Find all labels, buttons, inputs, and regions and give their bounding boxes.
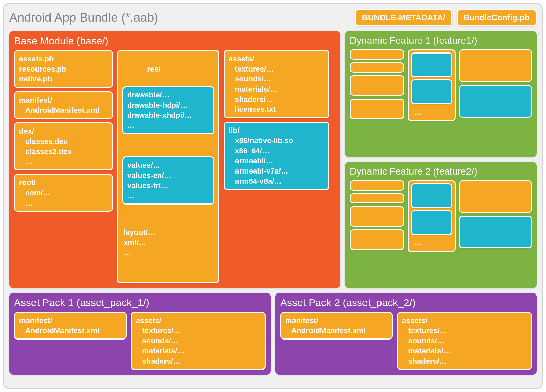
base-lib: lib/ x86/native-lib.so x86_64/… armeabi/… (224, 122, 329, 190)
bundle-metadata-pill: BUNDLE-METADATA/ (355, 9, 452, 26)
dyn2-box (350, 180, 404, 191)
dyn2-box (459, 180, 532, 213)
dynamic-feature-1: Dynamic Feature 1 (feature1/) … (345, 31, 537, 157)
dyn1-box (459, 49, 532, 82)
dyn2-title: Dynamic Feature 2 (feature2/) (350, 166, 532, 177)
dyn2-cyan-box (411, 183, 452, 208)
base-dex: dex/ classes.dex classes2.dex … (14, 122, 113, 170)
asset1-assets: assets/ textures/… sounds/… materials/… … (131, 312, 266, 370)
dyn1-title: Dynamic Feature 1 (feature1/) (350, 35, 532, 46)
base-manifest: manifest/ AndroidManifest.xml (14, 91, 113, 119)
dyn2-box (350, 206, 404, 227)
asset2-assets: assets/ textures/… sounds/… materials/… … (397, 312, 532, 370)
dyn1-cyan-box (411, 79, 452, 104)
base-res-values: values/… values-en/… values-fr/… … (122, 156, 214, 205)
dyn1-box (350, 99, 404, 119)
asset-pack-2: Asset Pack 2 (asset_pack_2/) manifest/ A… (275, 293, 537, 375)
diagram-title: Android App Bundle (*.aab) (9, 11, 351, 25)
row-asset-packs: Asset Pack 1 (asset_pack_1/) manifest/ A… (9, 293, 537, 375)
asset1-manifest: manifest/ AndroidManifest.xml (14, 312, 127, 340)
dyn2-cyan-box (459, 216, 532, 248)
base-res-label: res/ (147, 65, 160, 73)
dyn2-ellipsis: … (411, 237, 452, 249)
bundle-config-pill: BundleConfig.pb (457, 9, 537, 26)
asset2-manifest: manifest/ AndroidManifest.xml (280, 312, 393, 340)
dyn1-cyan-box (459, 85, 532, 118)
dyn2-box (350, 193, 404, 203)
base-res: res/ drawable/… drawable-hdpi/… drawable… (117, 50, 219, 283)
base-res-drawable: drawable/… drawable-hdpi/… drawable-xhdp… (122, 86, 214, 134)
base-res-layout: layout/… xml/… … (122, 225, 214, 258)
aab-diagram: Android App Bundle (*.aab) BUNDLE-METADA… (3, 3, 543, 389)
header-row: Android App Bundle (*.aab) BUNDLE-METADA… (9, 9, 537, 26)
dyn1-box (350, 49, 404, 60)
dyn1-ellipsis: … (411, 106, 452, 118)
base-module-title: Base Module (base/) (14, 35, 335, 47)
asset-pack-1: Asset Pack 1 (asset_pack_1/) manifest/ A… (9, 293, 271, 375)
dyn1-box (350, 75, 404, 96)
asset2-title: Asset Pack 2 (asset_pack_2/) (280, 297, 532, 308)
dynamic-features-column: Dynamic Feature 1 (feature1/) … (345, 31, 537, 288)
asset1-title: Asset Pack 1 (asset_pack_1/) (14, 297, 266, 308)
dynamic-feature-2: Dynamic Feature 2 (feature2/) … (345, 162, 537, 288)
dyn1-cyan-box (411, 52, 452, 77)
base-pb-files: assets.pb resources.pb native.pb (14, 50, 113, 88)
dyn2-cyan-box (411, 210, 452, 235)
row-modules: Base Module (base/) assets.pb resources.… (9, 31, 537, 288)
dyn2-box (350, 229, 404, 250)
base-module: Base Module (base/) assets.pb resources.… (9, 31, 340, 288)
dyn2-res-box: … (408, 180, 456, 252)
base-assets: assets/ textures/… sounds/… materials/… … (224, 50, 329, 118)
base-root: root/ com/… … (14, 174, 113, 212)
dyn1-box (350, 62, 404, 73)
dyn1-res-box: … (408, 49, 456, 121)
